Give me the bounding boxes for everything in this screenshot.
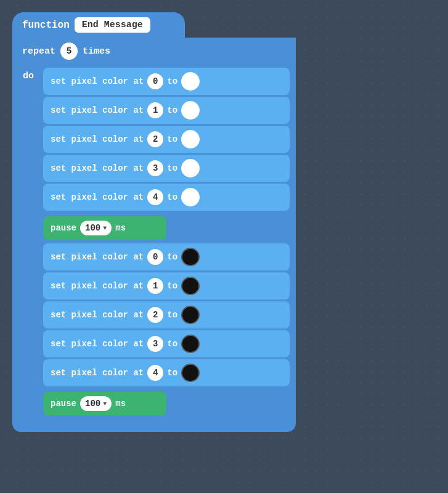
white-block-0-text-before: set pixel color at xyxy=(51,76,144,86)
white-block-2-index[interactable]: 2 xyxy=(147,131,163,147)
white-set-pixel-block-0: set pixel color at 0 to xyxy=(43,68,290,95)
function-name: End Message xyxy=(82,20,143,30)
black-block-1-index[interactable]: 1 xyxy=(147,278,163,294)
repeat-header: repeat 5 times xyxy=(12,38,296,65)
function-name-box[interactable]: End Message xyxy=(75,17,150,33)
white-block-3-color[interactable] xyxy=(181,159,200,177)
black-block-4-color[interactable] xyxy=(181,364,200,382)
black-block-0-index[interactable]: 0 xyxy=(147,249,163,265)
black-blocks-section: set pixel color at 0 to set pixel color … xyxy=(43,243,290,388)
white-block-0-color[interactable] xyxy=(181,72,200,91)
white-block-0-index[interactable]: 0 xyxy=(147,73,163,89)
pause1-label: pause xyxy=(51,223,76,233)
pause1-unit: ms xyxy=(115,223,126,233)
white-block-4-index[interactable]: 4 xyxy=(147,189,163,205)
pause2-dropdown[interactable]: 100 ▼ xyxy=(80,396,112,411)
black-block-4-text-before: set pixel color at xyxy=(51,368,144,378)
white-block-3-text-before: set pixel color at xyxy=(51,163,144,173)
pause2-arrow: ▼ xyxy=(103,401,107,407)
repeat-times-value: 5 xyxy=(67,46,72,57)
black-block-4-index[interactable]: 4 xyxy=(147,365,163,381)
black-set-pixel-block-1: set pixel color at 1 to xyxy=(43,272,290,299)
white-block-3-index[interactable]: 3 xyxy=(147,160,163,176)
white-block-1-text-after: to xyxy=(167,105,177,115)
pause2-value: 100 xyxy=(85,399,100,409)
black-block-0-color[interactable] xyxy=(181,248,200,266)
white-set-pixel-block-4: set pixel color at 4 to xyxy=(43,184,290,211)
do-block: do set pixel color at 0 to set pixel col… xyxy=(12,65,296,425)
white-block-0-text-after: to xyxy=(167,76,177,86)
black-block-1-color[interactable] xyxy=(181,277,200,295)
pause2-label: pause xyxy=(51,399,76,409)
black-set-pixel-block-0: set pixel color at 0 to xyxy=(43,243,290,271)
black-block-2-text-after: to xyxy=(167,310,177,320)
black-block-3-text-before: set pixel color at xyxy=(51,339,144,349)
white-block-2-text-before: set pixel color at xyxy=(51,134,144,144)
black-block-2-color[interactable] xyxy=(181,306,200,324)
black-block-1-text-after: to xyxy=(167,281,177,291)
blocks-container: function End Message repeat 5 times do xyxy=(12,12,296,432)
function-label: function xyxy=(22,20,70,31)
repeat-label: repeat xyxy=(22,46,55,57)
black-block-2-index[interactable]: 2 xyxy=(147,307,163,323)
pause2-unit: ms xyxy=(115,399,126,409)
black-block-0-text-after: to xyxy=(167,252,177,262)
do-content: set pixel color at 0 to set pixel color … xyxy=(43,65,296,418)
black-block-3-text-after: to xyxy=(167,339,177,349)
white-block-1-index[interactable]: 1 xyxy=(147,102,163,118)
white-block-2-color[interactable] xyxy=(181,130,200,149)
black-block-0-text-before: set pixel color at xyxy=(51,252,144,262)
function-header: function End Message xyxy=(12,12,185,38)
do-label: do xyxy=(23,71,34,81)
pause-block-1: pause 100 ▼ ms xyxy=(43,216,166,240)
white-block-4-text-after: to xyxy=(167,192,177,202)
do-label-column: do xyxy=(12,65,43,418)
black-block-3-index[interactable]: 3 xyxy=(147,336,163,352)
black-set-pixel-block-2: set pixel color at 2 to xyxy=(43,301,290,328)
white-block-3-text-after: to xyxy=(167,163,177,173)
repeat-times-bubble[interactable]: 5 xyxy=(60,43,78,60)
white-blocks-section: set pixel color at 0 to set pixel color … xyxy=(43,68,290,213)
black-set-pixel-block-4: set pixel color at 4 to xyxy=(43,359,290,386)
black-block-2-text-before: set pixel color at xyxy=(51,310,144,320)
white-set-pixel-block-1: set pixel color at 1 to xyxy=(43,97,290,124)
pause1-value: 100 xyxy=(85,223,100,233)
white-block-1-text-before: set pixel color at xyxy=(51,105,144,115)
repeat-times-label: times xyxy=(83,46,110,57)
black-block-3-color[interactable] xyxy=(181,335,200,353)
pause1-dropdown[interactable]: 100 ▼ xyxy=(80,221,112,235)
pause1-arrow: ▼ xyxy=(103,225,107,232)
white-set-pixel-block-3: set pixel color at 3 to xyxy=(43,155,290,182)
black-block-4-text-after: to xyxy=(167,368,177,378)
black-set-pixel-block-3: set pixel color at 3 to xyxy=(43,330,290,357)
white-set-pixel-block-2: set pixel color at 2 to xyxy=(43,126,290,153)
white-block-1-color[interactable] xyxy=(181,101,200,120)
black-block-1-text-before: set pixel color at xyxy=(51,281,144,291)
white-block-2-text-after: to xyxy=(167,134,177,144)
white-block-4-text-before: set pixel color at xyxy=(51,192,144,202)
pause-block-2: pause 100 ▼ ms xyxy=(43,392,166,415)
white-block-4-color[interactable] xyxy=(181,188,200,206)
